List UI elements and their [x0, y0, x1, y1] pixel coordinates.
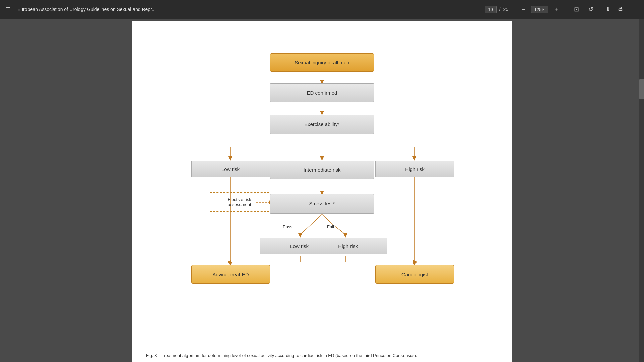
more-options-button[interactable]: ⋮ — [627, 4, 639, 14]
box-cardiologist: Cardiologist — [375, 265, 454, 284]
page-controls: / 25 — [485, 6, 508, 13]
zoom-out-button[interactable]: − — [520, 5, 527, 14]
document-title: European Association of Urology Guidelin… — [17, 7, 481, 12]
svg-line-19 — [300, 225, 310, 234]
toolbar-right-actions: ⬇ 🖶 ⋮ — [603, 4, 639, 14]
page-number-input[interactable] — [485, 6, 497, 13]
box-high-risk-2: High risk — [309, 238, 387, 254]
box-exercise-ability: Exercise abilityᵃ — [270, 115, 374, 134]
box-advice-treat-ed: Advice, treat ED — [191, 265, 270, 284]
fail-label: Fail — [327, 224, 334, 229]
box-high-risk-1: High risk — [375, 161, 454, 177]
box-low-risk-1: Low risk — [191, 161, 270, 177]
print-button[interactable]: 🖶 — [614, 5, 626, 14]
svg-marker-7 — [228, 156, 232, 161]
zoom-input[interactable] — [531, 6, 548, 13]
svg-marker-22 — [343, 233, 347, 238]
download-button[interactable]: ⬇ — [603, 4, 613, 14]
box-sexual-inquiry: Sexual inquiry of all men — [270, 53, 374, 72]
page-total: 25 — [503, 7, 508, 12]
history-button[interactable]: ↺ — [586, 4, 596, 14]
figure-caption: Fig. 3 – Treatment algorithm for determi… — [132, 353, 512, 358]
svg-line-21 — [334, 225, 345, 234]
main-content-area: Sexual inquiry of all men ED confirmed E… — [0, 19, 644, 362]
fit-page-button[interactable]: ⊡ — [571, 4, 582, 14]
svg-marker-12 — [412, 156, 416, 161]
svg-marker-25 — [227, 260, 231, 264]
toolbar: ☰ European Association of Urology Guidel… — [0, 0, 644, 19]
zoom-in-button[interactable]: + — [552, 5, 560, 14]
pass-label: Pass — [283, 224, 292, 229]
box-ed-confirmed: ED confirmed — [270, 83, 374, 102]
divider1 — [514, 5, 514, 13]
scrollbar[interactable] — [639, 19, 644, 362]
menu-icon[interactable]: ☰ — [5, 6, 11, 13]
svg-marker-20 — [298, 233, 302, 238]
box-elective-risk: Elective risk assessment — [210, 192, 269, 212]
svg-marker-9 — [320, 156, 324, 161]
document-page: Sexual inquiry of all men ED confirmed E… — [132, 21, 512, 362]
box-stress-test: Stress testᵇ — [270, 194, 374, 214]
scrollbar-thumb[interactable] — [639, 79, 644, 99]
svg-marker-30 — [413, 260, 418, 264]
svg-line-17 — [310, 214, 322, 225]
box-intermediate-risk: Intermediate risk — [270, 161, 374, 179]
divider2 — [566, 5, 566, 13]
flowchart-container: Sexual inquiry of all men ED confirmed E… — [132, 21, 512, 45]
page-separator: / — [499, 7, 501, 12]
svg-line-18 — [322, 214, 334, 225]
